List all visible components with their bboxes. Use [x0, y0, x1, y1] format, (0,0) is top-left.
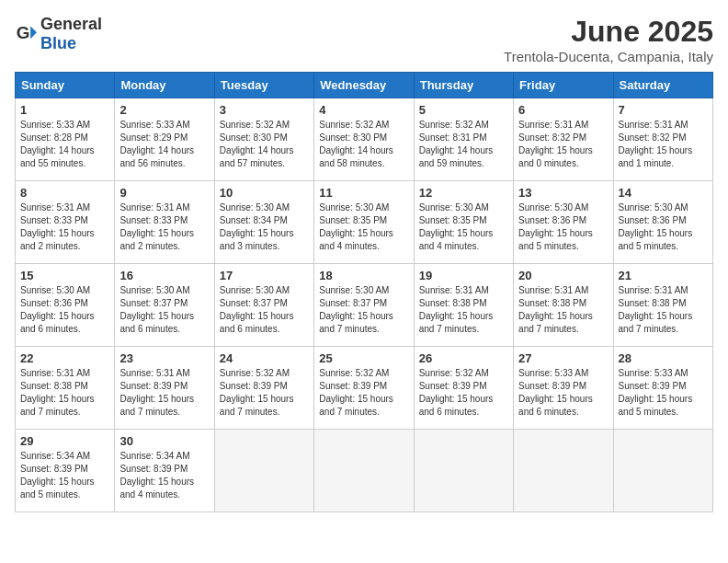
- day-cell: 4 Sunrise: 5:32 AM Sunset: 8:30 PM Dayli…: [314, 98, 414, 181]
- day-cell: 5 Sunrise: 5:32 AM Sunset: 8:31 PM Dayli…: [414, 98, 513, 181]
- day-number: 18: [319, 269, 408, 282]
- day-info: Sunrise: 5:30 AM Sunset: 8:36 PM Dayligh…: [518, 201, 608, 253]
- day-cell: 25 Sunrise: 5:32 AM Sunset: 8:39 PM Dayl…: [314, 347, 414, 430]
- day-cell: 2 Sunrise: 5:33 AM Sunset: 8:29 PM Dayli…: [115, 98, 214, 181]
- header-monday: Monday: [115, 73, 214, 98]
- day-info: Sunrise: 5:30 AM Sunset: 8:36 PM Dayligh…: [20, 284, 109, 336]
- day-number: 13: [518, 186, 608, 200]
- logo-blue: Blue: [40, 34, 76, 52]
- svg-text:G: G: [17, 23, 30, 42]
- day-cell: 1 Sunrise: 5:33 AM Sunset: 8:28 PM Dayli…: [16, 98, 115, 181]
- day-info: Sunrise: 5:33 AM Sunset: 8:28 PM Dayligh…: [20, 119, 109, 170]
- day-number: 6: [518, 103, 608, 117]
- day-info: Sunrise: 5:30 AM Sunset: 8:35 PM Dayligh…: [319, 201, 408, 253]
- day-info: Sunrise: 5:34 AM Sunset: 8:39 PM Dayligh…: [119, 450, 209, 501]
- title-area: June 2025 Trentola-Ducenta, Campania, It…: [504, 15, 713, 64]
- header-friday: Friday: [514, 73, 613, 98]
- day-cell: 8 Sunrise: 5:31 AM Sunset: 8:33 PM Dayli…: [16, 181, 115, 264]
- day-info: Sunrise: 5:34 AM Sunset: 8:39 PM Dayligh…: [20, 450, 109, 501]
- day-cell: 14 Sunrise: 5:30 AM Sunset: 8:36 PM Dayl…: [613, 181, 712, 264]
- day-cell: 28 Sunrise: 5:33 AM Sunset: 8:39 PM Dayl…: [613, 347, 712, 430]
- day-number: 1: [20, 103, 109, 117]
- day-number: 20: [518, 269, 608, 282]
- day-info: Sunrise: 5:31 AM Sunset: 8:33 PM Dayligh…: [119, 201, 209, 253]
- day-cell: 27 Sunrise: 5:33 AM Sunset: 8:39 PM Dayl…: [514, 347, 613, 430]
- day-number: 8: [20, 186, 109, 200]
- calendar: Sunday Monday Tuesday Wednesday Thursday…: [15, 72, 713, 512]
- day-cell: 7 Sunrise: 5:31 AM Sunset: 8:32 PM Dayli…: [613, 98, 712, 181]
- day-number: 25: [319, 351, 408, 365]
- day-info: Sunrise: 5:32 AM Sunset: 8:31 PM Dayligh…: [419, 119, 508, 170]
- header-sunday: Sunday: [16, 73, 115, 98]
- day-number: 3: [220, 103, 309, 117]
- day-number: 24: [220, 351, 309, 365]
- week-row-4: 22 Sunrise: 5:31 AM Sunset: 8:38 PM Dayl…: [16, 347, 713, 430]
- day-info: Sunrise: 5:30 AM Sunset: 8:37 PM Dayligh…: [319, 284, 408, 336]
- day-cell: 30 Sunrise: 5:34 AM Sunset: 8:39 PM Dayl…: [115, 430, 214, 512]
- day-cell: 19 Sunrise: 5:31 AM Sunset: 8:38 PM Dayl…: [414, 264, 513, 347]
- day-info: Sunrise: 5:33 AM Sunset: 8:39 PM Dayligh…: [619, 367, 708, 419]
- day-number: 23: [119, 351, 209, 365]
- calendar-header-row: Sunday Monday Tuesday Wednesday Thursday…: [16, 73, 713, 98]
- day-number: 5: [419, 103, 508, 117]
- day-info: Sunrise: 5:32 AM Sunset: 8:30 PM Dayligh…: [319, 119, 408, 170]
- day-number: 21: [619, 269, 708, 282]
- day-info: Sunrise: 5:31 AM Sunset: 8:38 PM Dayligh…: [518, 284, 608, 336]
- header: G General Blue June 2025 Trentola-Ducent…: [15, 15, 713, 64]
- day-number: 10: [220, 186, 309, 200]
- day-info: Sunrise: 5:31 AM Sunset: 8:38 PM Dayligh…: [619, 284, 708, 336]
- day-number: 19: [419, 269, 508, 282]
- day-number: 16: [119, 269, 209, 282]
- day-info: Sunrise: 5:30 AM Sunset: 8:37 PM Dayligh…: [119, 284, 209, 336]
- day-info: Sunrise: 5:31 AM Sunset: 8:38 PM Dayligh…: [20, 367, 109, 419]
- logo: G General Blue: [15, 15, 102, 53]
- day-number: 12: [419, 186, 508, 200]
- day-info: Sunrise: 5:30 AM Sunset: 8:35 PM Dayligh…: [419, 201, 508, 253]
- day-number: 15: [20, 269, 109, 282]
- day-cell: 16 Sunrise: 5:30 AM Sunset: 8:37 PM Dayl…: [115, 264, 214, 347]
- header-tuesday: Tuesday: [214, 73, 313, 98]
- day-info: Sunrise: 5:31 AM Sunset: 8:33 PM Dayligh…: [20, 201, 109, 253]
- logo-icon: G: [15, 23, 37, 45]
- day-number: 29: [20, 434, 109, 448]
- day-info: Sunrise: 5:32 AM Sunset: 8:39 PM Dayligh…: [419, 367, 508, 419]
- day-number: 2: [119, 103, 209, 117]
- day-info: Sunrise: 5:30 AM Sunset: 8:36 PM Dayligh…: [619, 201, 708, 253]
- week-row-2: 8 Sunrise: 5:31 AM Sunset: 8:33 PM Dayli…: [16, 181, 713, 264]
- day-cell: 3 Sunrise: 5:32 AM Sunset: 8:30 PM Dayli…: [214, 98, 313, 181]
- day-number: 22: [20, 351, 109, 365]
- day-number: 7: [619, 103, 708, 117]
- day-cell: 21 Sunrise: 5:31 AM Sunset: 8:38 PM Dayl…: [613, 264, 712, 347]
- logo-general: General: [40, 15, 102, 33]
- day-cell: 13 Sunrise: 5:30 AM Sunset: 8:36 PM Dayl…: [514, 181, 613, 264]
- week-row-1: 1 Sunrise: 5:33 AM Sunset: 8:28 PM Dayli…: [16, 98, 713, 181]
- day-cell: [314, 430, 414, 512]
- header-thursday: Thursday: [414, 73, 513, 98]
- day-cell: 10 Sunrise: 5:30 AM Sunset: 8:34 PM Dayl…: [214, 181, 313, 264]
- day-number: 14: [619, 186, 708, 200]
- day-number: 4: [319, 103, 408, 117]
- header-saturday: Saturday: [613, 73, 712, 98]
- logo-text: General Blue: [40, 15, 102, 53]
- day-cell: 6 Sunrise: 5:31 AM Sunset: 8:32 PM Dayli…: [514, 98, 613, 181]
- day-info: Sunrise: 5:31 AM Sunset: 8:32 PM Dayligh…: [518, 119, 608, 170]
- day-info: Sunrise: 5:31 AM Sunset: 8:39 PM Dayligh…: [119, 367, 209, 419]
- day-cell: 12 Sunrise: 5:30 AM Sunset: 8:35 PM Dayl…: [414, 181, 513, 264]
- day-number: 11: [319, 186, 408, 200]
- day-cell: 26 Sunrise: 5:32 AM Sunset: 8:39 PM Dayl…: [414, 347, 513, 430]
- day-info: Sunrise: 5:31 AM Sunset: 8:38 PM Dayligh…: [419, 284, 508, 336]
- day-cell: 22 Sunrise: 5:31 AM Sunset: 8:38 PM Dayl…: [16, 347, 115, 430]
- day-info: Sunrise: 5:33 AM Sunset: 8:29 PM Dayligh…: [119, 119, 209, 170]
- day-cell: 23 Sunrise: 5:31 AM Sunset: 8:39 PM Dayl…: [115, 347, 214, 430]
- day-cell: 15 Sunrise: 5:30 AM Sunset: 8:36 PM Dayl…: [16, 264, 115, 347]
- week-row-5: 29 Sunrise: 5:34 AM Sunset: 8:39 PM Dayl…: [16, 430, 713, 512]
- day-info: Sunrise: 5:31 AM Sunset: 8:32 PM Dayligh…: [619, 119, 708, 170]
- day-info: Sunrise: 5:33 AM Sunset: 8:39 PM Dayligh…: [518, 367, 608, 419]
- main-title: June 2025: [504, 15, 713, 49]
- day-info: Sunrise: 5:32 AM Sunset: 8:30 PM Dayligh…: [220, 119, 309, 170]
- day-cell: 29 Sunrise: 5:34 AM Sunset: 8:39 PM Dayl…: [16, 430, 115, 512]
- day-cell: [613, 430, 712, 512]
- day-cell: 11 Sunrise: 5:30 AM Sunset: 8:35 PM Dayl…: [314, 181, 414, 264]
- day-cell: 24 Sunrise: 5:32 AM Sunset: 8:39 PM Dayl…: [214, 347, 313, 430]
- day-number: 9: [119, 186, 209, 200]
